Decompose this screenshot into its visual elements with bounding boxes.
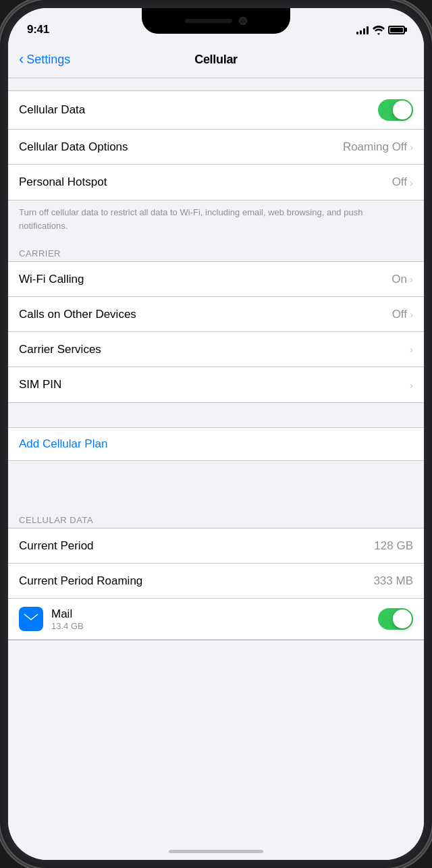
camera xyxy=(239,17,247,25)
sim-pin-label: SIM PIN xyxy=(19,378,410,391)
current-period-roaming-row: Current Period Roaming 333 MB xyxy=(8,564,424,599)
cellular-data-options-row[interactable]: Cellular Data Options Roaming Off › xyxy=(8,130,424,165)
chevron-right-icon: › xyxy=(410,308,413,320)
battery-icon xyxy=(388,26,405,34)
cellular-data-section-header: CELLULAR DATA xyxy=(8,510,424,528)
cellular-data-footer: Turn off cellular data to restrict all d… xyxy=(8,200,424,243)
mail-icon xyxy=(19,607,43,631)
phone-frame: 9:41 xyxy=(0,0,432,868)
bottom-spacer xyxy=(8,641,424,695)
current-period-roaming-label: Current Period Roaming xyxy=(19,574,373,588)
wifi-calling-value: On › xyxy=(392,273,413,286)
mail-info: Mail 13.4 GB xyxy=(51,607,84,631)
speaker xyxy=(185,19,232,23)
cellular-data-options-value: Roaming Off › xyxy=(343,140,413,154)
cellular-data-label: Cellular Data xyxy=(19,103,378,117)
personal-hotspot-row[interactable]: Personal Hotspot Off › xyxy=(8,165,424,200)
cellular-data-row[interactable]: Cellular Data xyxy=(8,91,424,130)
mail-toggle-knob xyxy=(393,609,412,628)
chevron-right-icon: › xyxy=(410,177,413,188)
personal-hotspot-value: Off › xyxy=(392,175,413,189)
mail-name: Mail xyxy=(51,607,84,621)
wifi-icon xyxy=(373,26,384,34)
calls-other-devices-value: Off › xyxy=(392,308,413,321)
sim-pin-row[interactable]: SIM PIN › xyxy=(8,367,424,402)
home-indicator xyxy=(169,850,263,853)
cellular-data-stats-group: Current Period 128 GB Current Period Roa… xyxy=(8,528,424,641)
carrier-spacer xyxy=(8,403,424,427)
carrier-settings-group: Wi-Fi Calling On › Calls on Other Device… xyxy=(8,261,424,403)
chevron-right-icon: › xyxy=(410,344,413,355)
chevron-right-icon: › xyxy=(410,379,413,391)
sim-pin-value: › xyxy=(410,379,413,391)
calls-other-devices-row[interactable]: Calls on Other Devices Off › xyxy=(8,297,424,332)
chevron-right-icon: › xyxy=(410,141,413,153)
toggle-knob xyxy=(393,101,412,119)
screen: 9:41 xyxy=(8,8,424,860)
wifi-calling-row[interactable]: Wi-Fi Calling On › xyxy=(8,262,424,297)
chevron-right-icon: › xyxy=(410,273,413,285)
page-title: Cellular xyxy=(194,53,238,67)
main-settings-group: Cellular Data Cellular Data Options Roam… xyxy=(8,90,424,200)
mail-size: 13.4 GB xyxy=(51,621,84,631)
add-plan-label: Add Cellular Plan xyxy=(19,437,107,450)
current-period-label: Current Period xyxy=(19,539,374,553)
mail-app-left: Mail 13.4 GB xyxy=(19,607,84,631)
cellular-data-options-label: Cellular Data Options xyxy=(19,140,343,154)
mail-app-row[interactable]: Mail 13.4 GB xyxy=(8,599,424,640)
back-chevron-icon: ‹ xyxy=(19,51,24,68)
nav-header: ‹ Settings Cellular xyxy=(8,42,424,78)
plan-spacer xyxy=(8,461,424,485)
add-cellular-plan-row[interactable]: Add Cellular Plan xyxy=(8,427,424,461)
back-label: Settings xyxy=(26,53,70,67)
cellular-data-toggle[interactable] xyxy=(378,99,413,121)
status-time: 9:41 xyxy=(27,23,49,36)
carrier-services-label: Carrier Services xyxy=(19,343,410,356)
wifi-calling-label: Wi-Fi Calling xyxy=(19,273,392,286)
current-period-row: Current Period 128 GB xyxy=(8,528,424,564)
settings-content: Cellular Data Cellular Data Options Roam… xyxy=(8,78,424,860)
notch xyxy=(142,8,290,34)
current-period-value: 128 GB xyxy=(374,539,413,553)
calls-other-devices-label: Calls on Other Devices xyxy=(19,308,392,321)
status-icons xyxy=(356,25,405,34)
back-button[interactable]: ‹ Settings xyxy=(19,51,70,68)
plan-spacer2 xyxy=(8,485,424,510)
carrier-section-header: CARRIER xyxy=(8,243,424,261)
top-spacer xyxy=(8,78,424,90)
carrier-services-row[interactable]: Carrier Services › xyxy=(8,332,424,367)
carrier-services-value: › xyxy=(410,344,413,355)
personal-hotspot-label: Personal Hotspot xyxy=(19,175,392,189)
signal-icon xyxy=(356,25,369,34)
current-period-roaming-value: 333 MB xyxy=(373,574,413,588)
mail-toggle[interactable] xyxy=(378,608,413,630)
